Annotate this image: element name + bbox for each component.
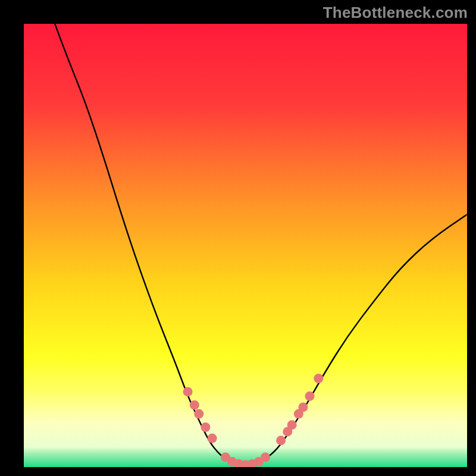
chart-svg bbox=[24, 24, 467, 467]
chart-frame: TheBottleneck.com bbox=[0, 0, 476, 476]
data-point bbox=[314, 374, 323, 383]
gradient-background bbox=[24, 24, 467, 467]
plot-area bbox=[24, 24, 467, 467]
data-point bbox=[208, 434, 217, 443]
data-point bbox=[194, 409, 203, 419]
data-point bbox=[276, 436, 286, 445]
data-point bbox=[287, 420, 297, 430]
data-point bbox=[298, 402, 308, 412]
data-point bbox=[183, 387, 193, 396]
data-point bbox=[305, 392, 315, 401]
watermark-text: TheBottleneck.com bbox=[323, 4, 468, 22]
data-point bbox=[201, 422, 210, 432]
data-point bbox=[190, 400, 199, 410]
data-point bbox=[261, 453, 270, 462]
